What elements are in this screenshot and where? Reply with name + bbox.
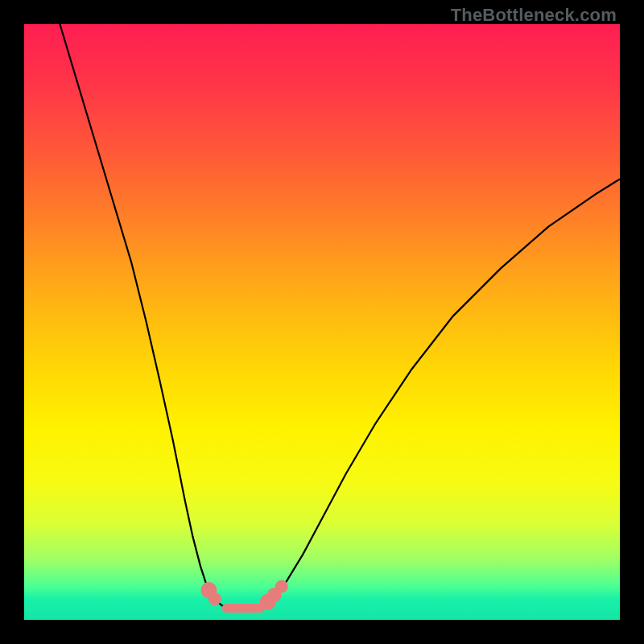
bottleneck-curve-right bbox=[257, 179, 620, 608]
valley-dot bbox=[275, 580, 288, 593]
chart-stage: TheBottleneck.com bbox=[0, 0, 644, 644]
valley-highlight-bar bbox=[222, 604, 265, 613]
frame-border-bottom bbox=[0, 620, 644, 644]
watermark-text: TheBottleneck.com bbox=[451, 5, 617, 26]
bottleneck-curve-left bbox=[60, 24, 230, 608]
curve-overlay bbox=[24, 24, 620, 620]
valley-dot bbox=[208, 592, 221, 605]
plot-area bbox=[24, 24, 620, 620]
frame-border-right bbox=[620, 0, 644, 644]
frame-border-left bbox=[0, 0, 24, 644]
